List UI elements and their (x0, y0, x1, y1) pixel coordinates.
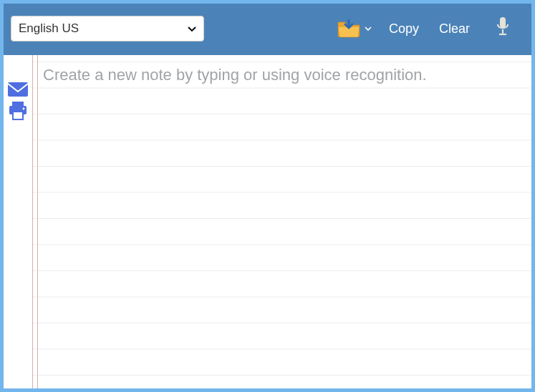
svg-point-7 (23, 108, 25, 110)
clear-button[interactable]: Clear (433, 16, 476, 41)
svg-rect-6 (13, 112, 23, 119)
download-button[interactable] (334, 16, 375, 41)
email-icon (8, 82, 28, 99)
email-button[interactable] (8, 82, 28, 99)
note-input[interactable] (33, 55, 531, 388)
chevron-down-icon (365, 24, 372, 34)
main-area (4, 55, 531, 388)
print-button[interactable] (8, 104, 28, 121)
toolbar: English US Copy (4, 4, 531, 55)
app-frame: English US Copy (0, 0, 535, 392)
language-selected-label: English US (19, 21, 79, 36)
svg-rect-3 (8, 82, 28, 97)
svg-rect-4 (12, 102, 24, 106)
clear-label: Clear (439, 21, 470, 36)
copy-label: Copy (389, 21, 419, 36)
download-folder-icon (337, 19, 360, 38)
copy-button[interactable]: Copy (383, 16, 425, 41)
svg-rect-0 (500, 17, 506, 28)
microphone-icon (496, 17, 510, 40)
margin-line (37, 55, 38, 388)
side-tools (4, 55, 32, 388)
language-select[interactable]: English US (11, 16, 204, 41)
print-icon (8, 102, 28, 123)
microphone-button[interactable] (488, 16, 517, 41)
app-inner: English US Copy (4, 4, 531, 388)
note-area (32, 55, 531, 388)
chevron-down-icon (188, 23, 196, 34)
